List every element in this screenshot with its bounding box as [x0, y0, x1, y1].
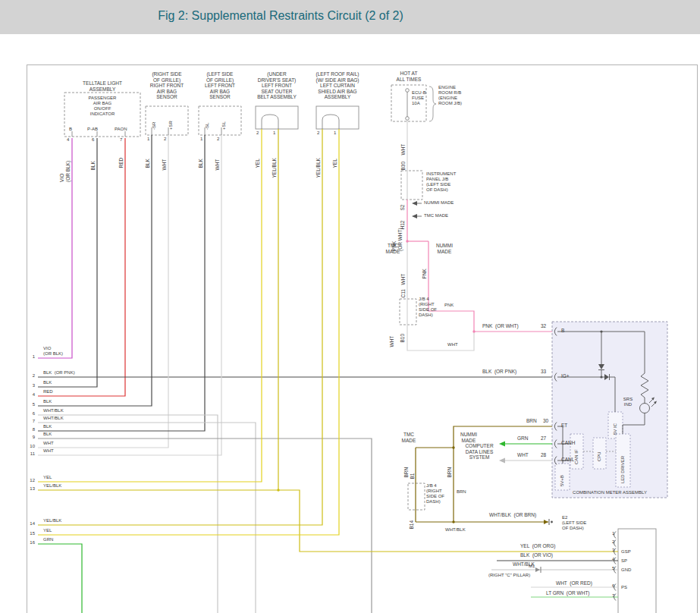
nummi-made-tag: NUMMI MADE [456, 432, 482, 443]
wire-label-pnk: PNK [422, 269, 428, 278]
row-number: 7 [27, 419, 35, 424]
wire-label-yel: YEL [332, 159, 338, 168]
right-sensor-pin-pos: +SR [168, 121, 174, 130]
left-sensor-pin-number: 1 [200, 137, 202, 142]
wire-blk-row9 [38, 439, 372, 613]
wire-wht-sr [38, 135, 168, 448]
connector-pin-number: 3 [612, 548, 614, 553]
right-sensor-pin-number: 1 [147, 137, 149, 142]
wire-yelblk-curtain [38, 129, 322, 525]
wire-whtblk-row7 [38, 423, 256, 613]
connector-id-b10: B10 [400, 334, 406, 343]
meter-pin-number: 28 [541, 452, 546, 458]
canl-arrow-icon [499, 458, 505, 464]
wire-wht-sl [38, 135, 221, 455]
pillar-location-label: (RIGHT "C" PILLAR) [488, 573, 530, 578]
telltale-inner-label: PASSENGER AIR BAG ON/OFF INDICATOR [66, 96, 139, 117]
wire-label-wht: WHT [447, 342, 458, 347]
tmc-arrow-icon [412, 214, 417, 218]
fuse-title: HOT AT ALL TIMES [391, 71, 426, 82]
connector-pin-number: 4 [612, 557, 614, 562]
jb4-label-1: J/B 4 (RIGHT SIDE OF DASH) [419, 297, 437, 318]
jb4-label-2: J/B 4 (RIGHT SIDE OF DASH) [426, 483, 444, 505]
connector-pin-number: 1 [612, 531, 614, 536]
e2-ground-connector-icon [544, 520, 548, 524]
connector-inner-label: GND [621, 567, 631, 573]
right-sensor-title: (RIGHT SIDE OF GRILLE) RIGHT FRONT AIR B… [142, 71, 192, 100]
meter-block-can-if: CAN IF [574, 449, 579, 464]
wiring-diagram-page: Fig 2: Supplemental Restraints Circuit (… [0, 0, 700, 613]
meter-block-led-driver: LED DRIVER [620, 456, 626, 483]
connector-pin-number: 5 [612, 566, 614, 571]
row-number: 3 [27, 383, 35, 388]
meter-pin-name-ig: IG+ [561, 373, 570, 379]
telltale-title: TELLTALE LIGHT ASSEMBLY [64, 80, 140, 92]
wire-label-brn: BRN [403, 467, 410, 478]
fuse-terminal-top [406, 89, 410, 93]
meter-pin-name-canh: CANH [561, 440, 575, 446]
meter-title: COMBINATION METER ASSEMBLY [554, 490, 666, 495]
telltale-pin-number: 7 [120, 137, 122, 143]
wire-label-wht: WHT [215, 159, 221, 171]
row-number: 16 [27, 540, 35, 545]
meter-block-5v-b: 5V+B [560, 475, 565, 486]
row-number: 13 [27, 486, 35, 492]
meter-block-cpu: CPU [597, 451, 602, 461]
meter-pin-number: 27 [541, 435, 546, 442]
row-wire-label: YEL [43, 528, 52, 533]
row-wire-label: YEL/BLK [43, 518, 61, 523]
connector-inner-label: PS [621, 585, 627, 590]
left-sensor-pin-neg: -SL [205, 123, 210, 130]
wire-label-yel-ororg: YEL (OR ORG) [520, 543, 555, 549]
belt-squib-symbol [262, 115, 278, 129]
connector-id-b30: B30 [400, 162, 407, 171]
wire-label-brn: BRN [447, 467, 453, 478]
wire-label-brn: BRN [526, 418, 537, 424]
belt-pin-number: 2 [256, 130, 259, 136]
right-sensor-pin-number: 2 [164, 137, 166, 142]
row-wire-label: BLK [43, 424, 52, 429]
row-wire-label: WHT/BLK [43, 408, 64, 413]
wire-yel-curtain [38, 129, 339, 535]
wire-label-whtblk: WHT/BLK [445, 527, 466, 533]
telltale-pin-paon: PAON [115, 127, 127, 132]
wire-label-whtblk-orbrn: WHT/BLK (OR BRN) [489, 512, 536, 518]
ip-jb-box [401, 171, 422, 200]
row-number: 1 [27, 354, 35, 360]
row-number: 2 [27, 373, 35, 379]
wire-yelblk-row13 [38, 490, 618, 552]
left-sensor-pin-pos: +SL [221, 121, 227, 130]
row-wire-label: WHT/BLK [43, 416, 64, 421]
telltale-pin-pab: P-AB [87, 127, 98, 132]
computer-data-lines-label: COMPUTER DATA LINES SYSTEM [461, 443, 498, 461]
tmc-made-label: TMC MADE [424, 213, 448, 218]
fuse-brace [429, 86, 436, 121]
curtain-squib-symbol [322, 115, 339, 129]
m1-connector-icon [535, 567, 540, 572]
connector-id-m1: M1 [529, 564, 535, 569]
tmc-made-tag: TMC MADE [397, 432, 420, 443]
row-number: 10 [27, 444, 35, 449]
wire-label-wht: WHT [389, 336, 395, 347]
meter-pin-name-canl: CANL [561, 457, 574, 463]
row-number: 14 [27, 521, 35, 527]
connector-id-s2: S2 [400, 205, 406, 211]
wire-label-blk: BLK [198, 159, 204, 168]
wire-label-yelblk: YEL/BLK [272, 158, 278, 178]
row-wire-label: YEL/BLK [43, 483, 61, 489]
connector-pin-number: 2 [612, 539, 614, 545]
wire-label-blk-orpnk: BLK (OR PNK) [482, 369, 516, 375]
row-wire-label: YEL [43, 475, 52, 480]
jb4-box-2 [408, 483, 425, 510]
meter-pin-number: 32 [541, 323, 546, 329]
connector-id-b14: B14 [409, 520, 415, 530]
nummi-made-tag: NUMMI MADE [431, 243, 458, 254]
row-number: 15 [27, 531, 35, 536]
row-number: 4 [27, 392, 35, 398]
row-wire-label: WHT [43, 448, 54, 454]
connector-pin-number: 7 [612, 593, 614, 599]
fuse-label: ECU-B FUSE 10A [412, 90, 426, 106]
row-number: 12 [27, 478, 35, 483]
belt-title: (UNDER DRIVER'S SEAT) LEFT FRONT SEAT OU… [248, 71, 306, 100]
canh-arrow-icon [499, 442, 505, 447]
